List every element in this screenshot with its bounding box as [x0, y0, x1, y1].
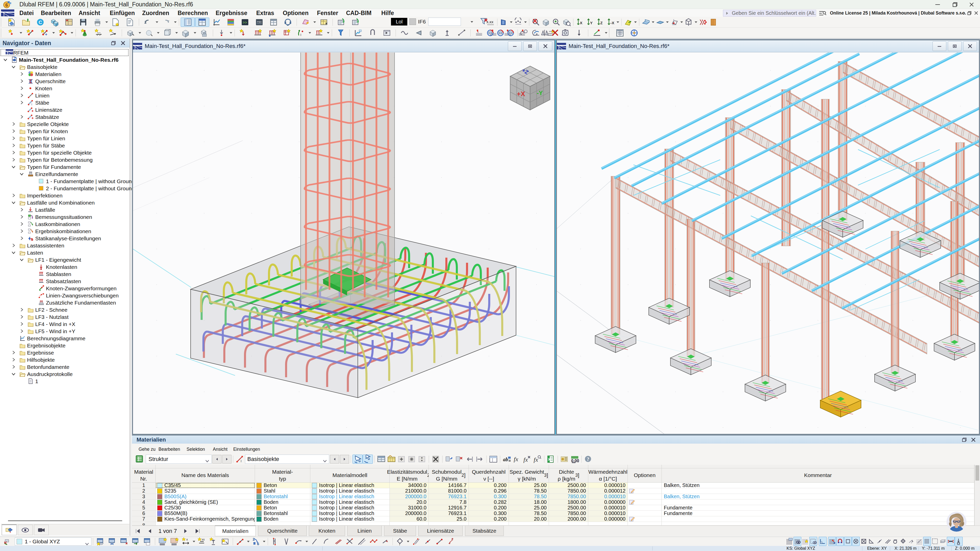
svg-text:>sc: >sc	[257, 21, 262, 24]
svg-text:>>: >>	[243, 21, 247, 25]
svg-text:?: ?	[587, 456, 589, 462]
svg-text:X: X	[548, 457, 550, 462]
svg-text:6: 6	[5, 3, 8, 8]
svg-text:-Y: -Y	[537, 89, 543, 97]
svg-text:C: C	[38, 20, 42, 25]
svg-text:ab: ab	[503, 457, 508, 462]
svg-text:x: x	[186, 538, 188, 541]
svg-text:fx: fx	[514, 456, 518, 462]
svg-text:I: I	[241, 459, 242, 463]
svg-text:fx: fx	[523, 456, 528, 463]
svg-text:+X: +X	[517, 90, 525, 98]
svg-text:fx: fx	[534, 456, 538, 463]
svg-text:Y: Y	[590, 21, 593, 25]
svg-text:x.xx: x.xx	[487, 20, 493, 24]
svg-text:xx: xx	[202, 538, 205, 541]
svg-text:0,00: 0,00	[571, 459, 579, 463]
svg-text:-X: -X	[611, 21, 614, 25]
svg-text:X: X	[580, 21, 582, 25]
svg-text:I: I	[32, 103, 32, 106]
svg-text:Z: Z	[600, 21, 603, 25]
svg-text:6: 6	[257, 541, 259, 546]
svg-text:I: I	[301, 33, 301, 37]
svg-text:I: I	[399, 542, 400, 546]
